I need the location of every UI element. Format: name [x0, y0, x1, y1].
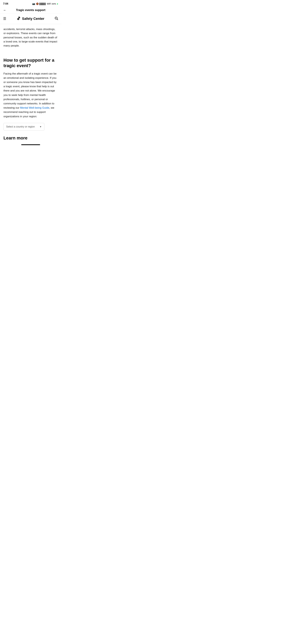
intro-paragraph: accidents, terrorist attacks, mass shoot… — [4, 24, 58, 50]
mute-icon: 🔕 — [36, 2, 39, 5]
home-indicator — [21, 144, 40, 145]
search-icon[interactable] — [54, 16, 58, 21]
learn-more-heading: Learn more — [4, 134, 58, 142]
menu-icon[interactable]: ☰ — [3, 17, 6, 21]
section-gap-1 — [4, 50, 58, 54]
back-button[interactable]: ← — [3, 8, 6, 12]
svg-line-1 — [57, 19, 58, 20]
home-indicator-container — [0, 142, 61, 147]
safety-center-header: ☰ Safety Center — [0, 14, 61, 24]
mental-wellbeing-link[interactable]: Mental Well-being Guide — [20, 106, 50, 109]
camera-icon: 📷 — [32, 2, 35, 5]
safety-center-text: Safety Center — [22, 17, 44, 21]
battery-level: 84% — [52, 3, 56, 5]
page-title: Tragic events support — [16, 8, 45, 12]
body-paragraph: Facing the aftermath of a tragic event c… — [4, 72, 58, 122]
status-bar: 7:04 📷 🔕 ▌▌▌▌▌ WiFi 84% ● — [0, 0, 61, 7]
status-icons: 📷 🔕 ▌▌▌▌▌ WiFi 84% ● — [32, 2, 58, 5]
safety-center-logo: Safety Center — [16, 16, 44, 22]
main-content: accidents, terrorist attacks, mass shoot… — [0, 24, 61, 142]
section-heading: How to get support for a tragic event? — [4, 54, 58, 72]
tiktok-icon — [16, 16, 21, 22]
body-text-1: Facing the aftermath of a tragic event c… — [4, 72, 56, 110]
country-selector[interactable]: Select a country or region ▼ — [4, 123, 44, 130]
nav-header: ← Tragic events support — [0, 7, 61, 14]
battery-dot: ● — [57, 2, 58, 5]
selector-placeholder: Select a country or region — [6, 125, 35, 128]
status-time: 7:04 — [3, 2, 8, 5]
chevron-down-icon: ▼ — [40, 126, 42, 128]
wifi-icon: WiFi — [47, 2, 51, 5]
signal-icon: ▌▌▌▌▌ — [40, 3, 46, 5]
